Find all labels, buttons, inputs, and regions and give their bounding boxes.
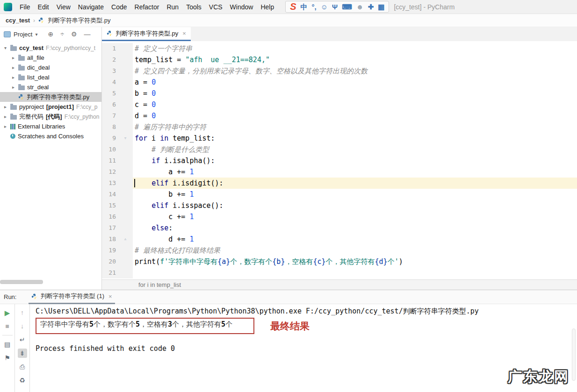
chevron-right-icon[interactable]: ▸: [11, 85, 16, 90]
tree-item[interactable]: ▸External Libraries: [0, 121, 101, 131]
stop-button[interactable]: ■: [3, 321, 12, 331]
tree-item[interactable]: ▾ccy_testF:\ccy_python\ccy_t: [0, 43, 101, 53]
tree-item[interactable]: Scratches and Consoles: [0, 131, 101, 141]
sogou-input-icon[interactable]: S: [290, 2, 296, 11]
code-line-21[interactable]: 21: [102, 267, 577, 278]
code-text[interactable]: # 遍历字符串中的字符: [133, 121, 577, 133]
code-text[interactable]: d += 1: [133, 234, 577, 245]
code-line-14[interactable]: 14 b += 1: [102, 189, 577, 200]
project-panel-title[interactable]: Project: [14, 31, 32, 38]
tree-item[interactable]: ▸pyproject[project1]F:\ccy_p: [0, 102, 101, 112]
chevron-right-icon[interactable]: ▸: [11, 55, 16, 60]
fold-marker-icon[interactable]: ▵: [118, 234, 133, 245]
run-console[interactable]: C:\Users\DELL\AppData\Local\Programs\Pyt…: [30, 304, 577, 392]
menu-window[interactable]: Window: [226, 2, 257, 12]
code-line-18[interactable]: 18▵ d += 1: [102, 234, 577, 245]
run-button[interactable]: ▶: [3, 308, 12, 317]
menu-edit[interactable]: Edit: [34, 2, 53, 12]
chevron-down-icon[interactable]: ▾: [3, 45, 8, 50]
locate-button[interactable]: ⊕: [48, 30, 54, 38]
user-avatar-icon[interactable]: ☻: [356, 3, 364, 10]
menu-navigate[interactable]: Navigate: [74, 2, 108, 12]
toolbox-icon[interactable]: ▦: [378, 3, 384, 10]
settings-button[interactable]: ⚙: [71, 30, 77, 38]
print-button[interactable]: ⎙: [18, 362, 27, 371]
clear-button[interactable]: ♻: [18, 376, 27, 385]
code-text[interactable]: d = 0: [133, 110, 577, 121]
code-text[interactable]: temp_list = "afh ue __21==824,": [133, 54, 577, 65]
code-text[interactable]: # 最终格式化打印最终结果: [133, 245, 577, 256]
microphone-icon[interactable]: Ψ: [332, 3, 338, 10]
horizontal-scrollbar[interactable]: [0, 280, 43, 284]
tree-item[interactable]: ▸list_deal: [0, 72, 101, 82]
code-text[interactable]: c = 0: [133, 99, 577, 110]
code-text[interactable]: # 判断是什么类型: [133, 144, 577, 155]
code-text[interactable]: a = 0: [133, 77, 577, 88]
menu-refactor[interactable]: Refactor: [131, 2, 163, 12]
vertical-scrollbar[interactable]: [572, 328, 576, 381]
emoji-icon[interactable]: ☺: [321, 3, 328, 10]
code-line-8[interactable]: 8# 遍历字符串中的字符: [102, 121, 577, 133]
code-text[interactable]: else:: [133, 222, 577, 234]
scroll-to-end-button[interactable]: ⇟: [18, 349, 27, 358]
keyboard-icon[interactable]: ⌨: [342, 3, 352, 10]
code-line-6[interactable]: 6c = 0: [102, 99, 577, 110]
editor-tab[interactable]: 判断字符串字符类型.py ×: [102, 27, 191, 41]
code-text[interactable]: a += 1: [133, 166, 577, 178]
code-line-19[interactable]: 19# 最终格式化打印最终结果: [102, 245, 577, 256]
code-text[interactable]: c += 1: [133, 211, 577, 222]
code-text[interactable]: # 定义一个字符串: [133, 43, 577, 54]
code-text[interactable]: # 定义四个变量，分别用来记录字母、数字、空格以及其他字符出现的次数: [133, 65, 577, 77]
chevron-right-icon[interactable]: ▸: [3, 124, 8, 129]
menu-vcs[interactable]: VCS: [205, 2, 226, 12]
code-line-15[interactable]: 15 elif i.isspace():: [102, 200, 577, 211]
code-line-5[interactable]: 5b = 0: [102, 88, 577, 99]
tree-item[interactable]: ▸dic_deal: [0, 63, 101, 72]
code-text[interactable]: print(f'字符串中字母有{a}个，数字有个{b}，空格有{c}个，其他字符…: [133, 256, 577, 267]
code-line-1[interactable]: 1# 定义一个字符串: [102, 43, 577, 54]
menu-help[interactable]: Help: [257, 2, 278, 12]
chevron-right-icon[interactable]: ▸: [11, 75, 16, 80]
code-line-20[interactable]: 20print(f'字符串中字母有{a}个，数字有个{b}，空格有{c}个，其他…: [102, 256, 577, 267]
fold-marker-icon[interactable]: ▿: [118, 133, 133, 144]
chevron-down-icon[interactable]: ▾: [35, 32, 37, 37]
soft-wrap-button[interactable]: ↵: [18, 335, 27, 344]
tree-item[interactable]: 判断字符串字符类型.py: [0, 92, 101, 102]
tree-item[interactable]: ▸all_file: [0, 53, 101, 63]
hide-panel-button[interactable]: —: [84, 30, 90, 38]
menu-run[interactable]: Run: [163, 2, 182, 12]
code-text[interactable]: if i.isalpha():: [133, 155, 577, 166]
code-line-12[interactable]: 12 a += 1: [102, 166, 577, 178]
restore-layout-button[interactable]: ▤: [3, 340, 12, 349]
chevron-right-icon[interactable]: ▸: [3, 104, 8, 109]
breadcrumb-file[interactable]: 判断字符串字符类型.py: [48, 16, 110, 25]
close-icon[interactable]: ×: [182, 30, 186, 37]
code-text[interactable]: for i in temp_list:: [133, 133, 577, 144]
pin-button[interactable]: ⚑: [3, 353, 12, 363]
prev-occurrence-button[interactable]: ↑: [18, 308, 27, 317]
code-line-7[interactable]: 7d = 0: [102, 110, 577, 121]
menu-view[interactable]: View: [53, 2, 74, 12]
code-line-16[interactable]: 16 c += 1: [102, 211, 577, 222]
code-line-3[interactable]: 3# 定义四个变量，分别用来记录字母、数字、空格以及其他字符出现的次数: [102, 65, 577, 77]
punctuation-icon[interactable]: °,: [312, 3, 317, 10]
code-line-2[interactable]: 2temp_list = "afh ue __21==824,": [102, 54, 577, 65]
close-icon[interactable]: ×: [108, 293, 112, 300]
code-line-11[interactable]: 11 if i.isalpha():: [102, 155, 577, 166]
next-occurrence-button[interactable]: ↓: [18, 321, 27, 331]
tree-item[interactable]: ▸str_deal: [0, 82, 101, 92]
code-line-9[interactable]: 9▿for i in temp_list:: [102, 133, 577, 144]
chevron-right-icon[interactable]: ▸: [11, 65, 16, 70]
code-text[interactable]: b += 1: [133, 189, 577, 200]
code-line-4[interactable]: 4a = 0: [102, 77, 577, 88]
code-text[interactable]: b = 0: [133, 88, 577, 99]
code-text[interactable]: [133, 267, 577, 278]
code-line-10[interactable]: 10 # 判断是什么类型: [102, 144, 577, 155]
collapse-all-button[interactable]: ÷: [60, 30, 64, 38]
code-line-17[interactable]: 17 else:: [102, 222, 577, 234]
menu-code[interactable]: Code: [108, 2, 130, 12]
chinese-mode-icon[interactable]: 中: [301, 3, 308, 10]
code-line-13[interactable]: 13 elif i.isdigit():: [102, 178, 577, 189]
run-tab[interactable]: 判断字符串字符类型 (1) ×: [29, 290, 115, 304]
menu-file[interactable]: File: [16, 2, 34, 12]
